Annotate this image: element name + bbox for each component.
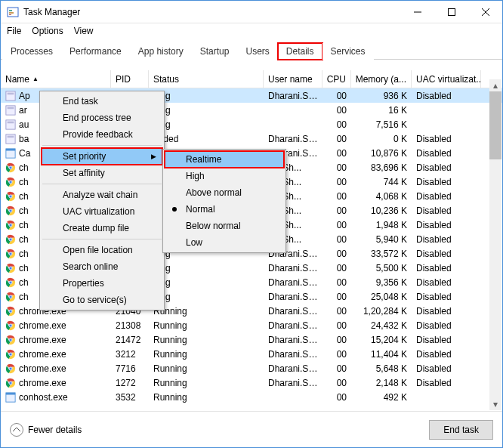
cell-memory: 10,876 K	[351, 148, 412, 159]
end-task-button[interactable]: End task	[429, 420, 493, 440]
maximize-button[interactable]	[434, 1, 468, 23]
cell-memory: 10,236 K	[351, 205, 412, 216]
header-status[interactable]: Status	[149, 70, 264, 88]
cell-name: conhost.exe	[1, 392, 111, 403]
process-icon	[5, 335, 16, 345]
cell-uac: Disabled	[412, 91, 481, 101]
menu-file[interactable]: File	[7, 26, 21, 36]
cell-uac: Disabled	[412, 148, 481, 159]
cell-name: chrome.exe	[1, 378, 111, 388]
menu-item-set-affinity[interactable]: Set affinity	[42, 165, 162, 181]
tab-strip: Processes Performance App history Startu…	[1, 42, 502, 60]
cell-uac: Disabled	[412, 220, 481, 230]
header-name[interactable]: Name▲	[1, 70, 111, 88]
menu-item-open-file-location[interactable]: Open file location	[42, 242, 162, 258]
process-row[interactable]: conhost.exe3532Running00492 K	[1, 390, 502, 404]
cell-cpu: 00	[322, 220, 351, 230]
menu-item-end-process-tree[interactable]: End process tree	[42, 110, 162, 126]
cell-user: Dharani.Sh...	[264, 378, 322, 388]
priority-above-normal[interactable]: Above normal	[165, 184, 284, 201]
cell-user: Dharani.Sh...	[264, 349, 322, 360]
cell-cpu: 00	[322, 205, 351, 216]
cell-name: chrome.exe	[1, 349, 111, 360]
header-memory[interactable]: Memory (a...	[351, 70, 412, 88]
process-row[interactable]: chrome.exe21308RunningDharani.Sh...0024,…	[1, 318, 502, 332]
cell-cpu: 00	[322, 263, 351, 273]
cell-name: chrome.exe	[1, 320, 111, 331]
priority-high[interactable]: High	[165, 168, 284, 184]
process-row[interactable]: chrome.exe3212RunningDharani.Sh...0011,4…	[1, 347, 502, 361]
scroll-up-button[interactable]: ▴	[489, 79, 501, 91]
header-uac[interactable]: UAC virtualizat...	[412, 70, 481, 88]
cell-pid: 21472	[111, 335, 149, 345]
minimize-button[interactable]	[400, 1, 434, 23]
process-row[interactable]: chrome.exe21472RunningDharani.Sh...0015,…	[1, 332, 502, 347]
tab-processes[interactable]: Processes	[2, 43, 61, 60]
cell-user: Dharani.Sh...	[264, 91, 322, 101]
tab-app-history[interactable]: App history	[130, 43, 192, 60]
context-menu[interactable]: End taskEnd process treeProvide feedback…	[39, 91, 165, 311]
menu-item-end-task[interactable]: End task	[42, 93, 162, 110]
process-row[interactable]: CSFalconContainer.e16128Running0091,812 …	[1, 404, 502, 406]
process-icon	[5, 249, 16, 259]
cell-memory: 15,204 K	[351, 335, 412, 345]
priority-normal[interactable]: Normal	[165, 201, 284, 218]
close-button[interactable]	[468, 1, 502, 23]
process-icon	[5, 292, 16, 302]
priority-submenu[interactable]: RealtimeHighAbove normalNormalBelow norm…	[162, 149, 286, 253]
cell-status: Running	[149, 335, 264, 345]
menu-item-analyze-wait-chain[interactable]: Analyze wait chain	[42, 187, 162, 203]
header-user[interactable]: User name	[264, 70, 322, 88]
menu-item-go-to-service-s-[interactable]: Go to service(s)	[42, 292, 162, 308]
header-pid[interactable]: PID	[111, 70, 149, 88]
cell-cpu: 00	[322, 162, 351, 173]
menu-view[interactable]: View	[74, 26, 94, 36]
cell-memory: 2,148 K	[351, 378, 412, 388]
cell-cpu: 00	[322, 335, 351, 345]
cell-cpu: 00	[322, 249, 351, 259]
menu-item-set-priority[interactable]: Set priority▶	[42, 148, 162, 165]
cell-status: Running	[149, 378, 264, 388]
cell-memory: 25,048 K	[351, 292, 412, 302]
process-row[interactable]: chrome.exe1272RunningDharani.Sh...002,14…	[1, 375, 502, 390]
menu-item-create-dump-file[interactable]: Create dump file	[42, 220, 162, 236]
tab-users[interactable]: Users	[237, 43, 277, 60]
menu-item-uac-virtualization[interactable]: UAC virtualization	[42, 203, 162, 220]
cell-pid: 3532	[111, 392, 149, 403]
fewer-details-label: Fewer details	[28, 425, 82, 435]
menu-options[interactable]: Options	[32, 26, 63, 36]
tab-startup[interactable]: Startup	[192, 43, 238, 60]
cell-uac: Disabled	[412, 205, 481, 216]
cell-cpu: 00	[322, 134, 351, 144]
header-cpu[interactable]: CPU	[322, 70, 351, 88]
menu-item-properties[interactable]: Properties	[42, 275, 162, 292]
scroll-thumb[interactable]	[489, 91, 501, 159]
cell-uac: Disabled	[412, 191, 481, 202]
fewer-details-button[interactable]: Fewer details	[10, 423, 82, 437]
process-icon	[5, 320, 16, 331]
priority-low[interactable]: Low	[165, 234, 284, 251]
cell-status: Running	[149, 349, 264, 360]
svg-rect-15	[8, 135, 14, 137]
cell-memory: 9,356 K	[351, 277, 412, 288]
menu-item-provide-feedback[interactable]: Provide feedback	[42, 126, 162, 143]
cell-cpu: 00	[322, 292, 351, 302]
priority-below-normal[interactable]: Below normal	[165, 218, 284, 234]
process-row[interactable]: chrome.exe7716RunningDharani.Sh...005,64…	[1, 361, 502, 375]
process-icon	[5, 306, 16, 317]
tab-services[interactable]: Services	[322, 43, 374, 60]
cell-cpu: 00	[322, 306, 351, 317]
cell-cpu: 00	[322, 177, 351, 187]
cell-status: ning	[149, 119, 264, 130]
cell-uac: Disabled	[412, 177, 481, 187]
vertical-scrollbar[interactable]: ▴ ▾	[489, 79, 501, 410]
cell-status: Running	[149, 320, 264, 331]
tab-performance[interactable]: Performance	[61, 43, 130, 60]
cell-name: chrome.exe	[1, 335, 111, 345]
tab-details[interactable]: Details	[278, 43, 322, 60]
menu-item-search-online[interactable]: Search online	[42, 258, 162, 275]
cell-memory: 11,404 K	[351, 349, 412, 360]
scroll-down-button[interactable]: ▾	[489, 398, 501, 410]
priority-realtime[interactable]: Realtime	[165, 151, 284, 168]
svg-rect-2	[9, 12, 14, 14]
